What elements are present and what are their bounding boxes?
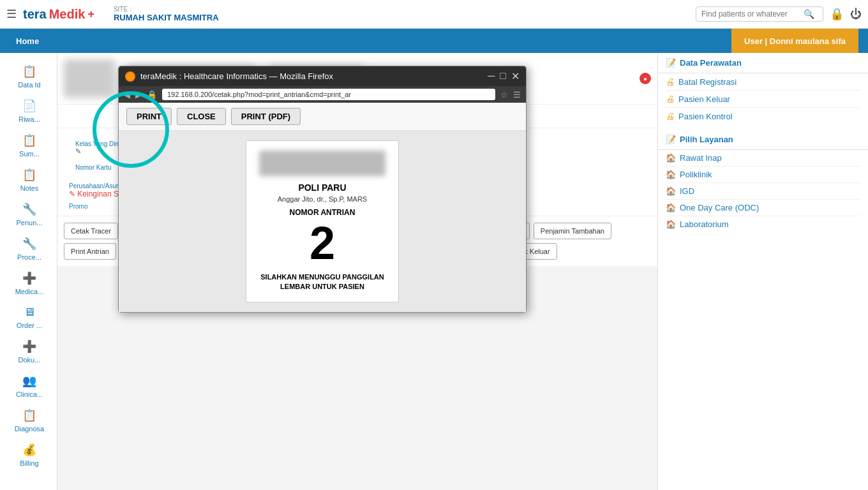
summary-icon: 📋 <box>22 133 36 147</box>
close-icon[interactable]: ✕ <box>511 70 520 82</box>
sidebar: 📋 Data Id 📄 Riwa... 📋 Sum... 📋 Notes 🔧 P… <box>0 53 57 490</box>
minimize-icon[interactable]: ─ <box>488 70 495 82</box>
sidebar-item-notes[interactable]: 📋 Notes <box>0 163 57 197</box>
popup-overlay: teraMedik : Healthcare Informatics — Moz… <box>57 53 657 490</box>
sidebar-label-dataid: Data Id <box>18 81 40 89</box>
poliklinik-icon: 🏠 <box>666 170 676 179</box>
logo-plus: + <box>87 8 94 21</box>
rp-link-laboratorium[interactable]: 🏠 Laboratorium <box>666 216 860 232</box>
pasien-keluar-icon: 🖨 <box>666 94 675 104</box>
logo: teraMedik+ <box>23 7 94 22</box>
clinical-icon: 👥 <box>22 374 36 388</box>
site-name: RUMAH SAKIT MASMITRA <box>114 13 219 22</box>
billing-icon: 💰 <box>22 443 36 457</box>
rp-link-odc[interactable]: 🏠 One Day Care (ODC) <box>666 200 860 216</box>
sidebar-item-summary[interactable]: 📋 Sum... <box>0 128 57 163</box>
lock-icon[interactable]: 🔒 <box>830 7 844 21</box>
site-label: SITE : <box>114 6 219 13</box>
user-badge: User | Donni maulana sifa <box>731 29 858 53</box>
rp-pilih-layanan-section: 📝 Pilih Layanan <box>658 130 868 150</box>
procedure-icon: 🔧 <box>22 237 36 251</box>
search-icon: 🔍 <box>804 9 814 19</box>
rp-link-batal-registrasi[interactable]: 🖨 Batal Registrasi <box>666 73 860 91</box>
popup-toolbar: PRINT CLOSE PRINT (PDF) <box>119 103 526 131</box>
power-icon[interactable]: ⏻ <box>850 8 862 21</box>
pilih-layanan-label: Pilih Layanan <box>680 135 733 144</box>
maximize-icon[interactable]: □ <box>500 70 506 82</box>
sidebar-item-procedure[interactable]: 🔧 Proce... <box>0 232 57 266</box>
close-button[interactable]: CLOSE <box>177 108 226 125</box>
ticket-logo-blurred <box>259 151 385 176</box>
search-input[interactable] <box>701 10 804 19</box>
pasien-kontrol-icon: 🖨 <box>666 111 675 121</box>
bookmark-icon[interactable]: ☆ <box>500 90 508 100</box>
laboratorium-icon: 🏠 <box>666 219 676 229</box>
home-nav[interactable]: Home <box>10 36 45 46</box>
popup-title: teraMedik : Healthcare Informatics — Moz… <box>140 71 483 81</box>
popup-titlebar: teraMedik : Healthcare Informatics — Moz… <box>119 66 526 86</box>
sidebar-item-penunjang[interactable]: 🔧 Penun... <box>0 197 57 232</box>
sidebar-item-dokumen[interactable]: ➕ Doku... <box>0 334 57 369</box>
batal-icon: 🖨 <box>666 77 675 87</box>
sidebar-item-riwayat[interactable]: 📄 Riwa... <box>0 94 57 128</box>
navbar: Home User | Donni maulana sifa <box>0 29 868 53</box>
order-icon: 🖥 <box>24 306 35 319</box>
content-area: ● CATATAN PENTING ALERGI Kelas Yang Dimi… <box>57 53 657 490</box>
sidebar-item-medical[interactable]: ➕ Medica... <box>0 266 57 301</box>
rp-data-perawatan-title: 📝 Data Perawatan <box>666 58 860 68</box>
ticket-footer-line1: SILAHKAN MENUNGGU PANGGILAN <box>259 272 385 282</box>
odc-label: One Day Care (ODC) <box>680 203 759 212</box>
sidebar-item-billing[interactable]: 💰 Billing <box>0 438 57 472</box>
print-pdf-button[interactable]: PRINT (PDF) <box>231 108 301 125</box>
rp-link-igd[interactable]: 🏠 IGD <box>666 183 860 200</box>
menu-icon[interactable]: ☰ <box>6 7 17 21</box>
search-box[interactable]: 🔍 <box>696 6 823 22</box>
popup-addressbar: ◀ ▶ 🔒 ☆ ☰ <box>119 86 526 103</box>
ticket-doctor: Anggar Jito, dr., Sp.P, MARS <box>259 195 385 203</box>
laboratorium-label: Laboratorium <box>680 219 729 229</box>
back-icon[interactable]: ◀ <box>124 90 130 100</box>
sidebar-label-dokumen: Doku... <box>19 356 41 364</box>
rp-link-pasien-kontrol[interactable]: 🖨 Pasien Kontrol <box>666 108 860 124</box>
topbar: ☰ teraMedik+ SITE : RUMAH SAKIT MASMITRA… <box>0 0 868 29</box>
layanan-icon: 📝 <box>666 135 676 144</box>
rp-services: 🏠 Rawat Inap 🏠 Poliklinik 🏠 IGD 🏠 One Da… <box>658 150 868 237</box>
sidebar-item-diagnosa[interactable]: 📋 Diagnosa <box>0 403 57 438</box>
rp-data-perawatan-label: Data Perawatan <box>680 58 742 68</box>
dokumen-icon: ➕ <box>22 339 36 353</box>
sidebar-item-order[interactable]: 🖥 Order ... <box>0 301 57 334</box>
rp-pilih-layanan-title: 📝 Pilih Layanan <box>666 135 860 144</box>
ticket-footer-line2: LEMBAR UNTUK PASIEN <box>259 282 385 292</box>
rawat-inap-label: Rawat Inap <box>680 153 722 163</box>
rp-link-poliklinik[interactable]: 🏠 Poliklinik <box>666 167 860 183</box>
sidebar-label-clinical: Clinica... <box>16 390 43 398</box>
sidebar-item-clinical[interactable]: 👥 Clinica... <box>0 369 57 403</box>
logo-tera: tera <box>23 7 47 22</box>
ticket-number: 2 <box>259 220 385 266</box>
forward-icon[interactable]: ▶ <box>135 90 142 100</box>
ticket-queue-label: NOMOR ANTRIAN <box>259 208 385 217</box>
notes-icon: 📋 <box>22 168 36 182</box>
ticket-dept: POLI PARU <box>259 182 385 193</box>
pasien-kontrol-label: Pasien Kontrol <box>678 112 733 121</box>
sidebar-label-billing: Billing <box>20 459 38 467</box>
rp-link-pasien-keluar[interactable]: 🖨 Pasien Keluar <box>666 91 860 108</box>
igd-label: IGD <box>680 186 694 196</box>
igd-icon: 🏠 <box>666 186 676 196</box>
print-button[interactable]: PRINT <box>126 108 172 125</box>
sidebar-label-summary: Sum... <box>19 150 40 158</box>
rp-link-rawat-inap[interactable]: 🏠 Rawat Inap <box>666 150 860 167</box>
rp-actions: 🖨 Batal Registrasi 🖨 Pasien Keluar 🖨 Pas… <box>658 73 868 130</box>
firefox-icon <box>125 71 135 82</box>
penunjang-icon: 🔧 <box>22 202 36 216</box>
right-panel: 📝 Data Perawatan 🖨 Batal Registrasi 🖨 Pa… <box>657 53 868 490</box>
sidebar-label-order: Order ... <box>17 322 42 329</box>
address-input[interactable] <box>162 89 495 100</box>
menu-addr-icon[interactable]: ☰ <box>513 90 521 100</box>
sidebar-label-riwayat: Riwa... <box>19 115 40 123</box>
sidebar-label-procedure: Proce... <box>17 253 41 261</box>
diagnosa-icon: 📋 <box>22 408 36 422</box>
sidebar-label-medical: Medica... <box>15 288 44 295</box>
sidebar-item-dataid[interactable]: 📋 Data Id <box>0 59 57 94</box>
topbar-right: 🔍 🔒 ⏻ <box>696 6 862 22</box>
